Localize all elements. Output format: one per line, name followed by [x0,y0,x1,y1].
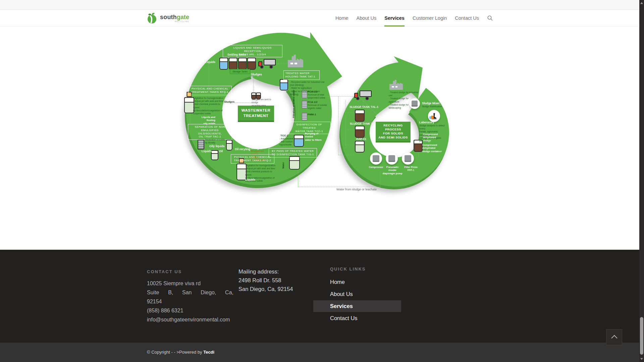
footer-link-about-us[interactable]: About Us [313,288,401,300]
dotted-connector [277,64,287,64]
lbl-tcc1-desc: - Add chlorine- Add sodiumhypochlorite [279,137,295,146]
footer-contact-line: 92154 [147,297,233,306]
footer-quicklinks-heading: QUICK LINKS [313,266,401,272]
dotted-connector [298,187,380,187]
lbl-sludges-center: Sludges [224,100,234,104]
footer-inner: CONTACT US 10025 Siempre viva rdSuite B,… [147,250,493,343]
lbl-sludge-tank-tal2: SLUDGE TANK TAL-2 [350,122,379,126]
lbl-pumping: Pumping of treatedwater to filters [305,132,325,141]
scrollbar-thumb[interactable] [640,317,643,355]
filter-press-icon [402,153,414,165]
dotted-connector [345,129,354,129]
lbl-rfq1-desc: - Agitation for homogenization- Adjust p… [193,97,225,115]
lbl-compressed-sludge: Compressed dehydratedsludge [423,133,446,142]
settling-tank-liquids-icon [219,58,228,70]
settling-tank-icon [229,58,237,70]
lbl-dae01: DAE-01 [356,137,366,141]
dotted-connector [253,76,254,93]
footer-link-home[interactable]: Home [313,276,401,288]
acs1-tank-icon [226,140,232,150]
diagram: LIQUIDS AND SEMILIQUIDS RECEPTIONTANKS A… [0,0,644,255]
scrollbar-down-arrow-icon[interactable] [640,358,643,360]
truck-icon [258,59,276,68]
lbl-liquids-rfq2: Liquids [245,178,255,182]
lbl-sludges-center-desc: Sludges are sent to sludgerecycling area [252,98,274,107]
footer-contact-column: CONTACT US 10025 Siempre viva rdSuite B,… [147,269,233,324]
oil-tank-icon [211,150,218,160]
dotted-connector [418,151,419,157]
lbl-treated-water-tank: TREATED WATERHOLDING TANK TAT-1 [283,70,320,80]
footer-mailing-line: 2498 Roll Dr. 558 [238,276,293,285]
powered-by-brand-link[interactable]: Tecdi [203,350,214,355]
lbl-sludge-stabilization: Sludge Stabilization [422,105,442,108]
lbl-rfq2: PHYSICAL AND CHEMICALTREATMENT TANKS RFQ… [231,154,274,164]
sludge-truck-icon [354,90,372,99]
filter-fmm1-icon [302,113,307,121]
diaphragm-pump-icon [386,153,398,165]
tal2-tank-icon [355,126,365,138]
dae01-tank-icon [355,141,365,153]
settling-tank-icon [247,58,256,70]
lbl-recycling-process: RECYCLING PROCESSFOR SOLIDSAND SEMI SOLI… [376,122,411,142]
density-tank-icon [198,139,204,149]
compressor-icon [370,153,382,165]
scrollbar[interactable] [639,0,644,362]
dotted-connector [190,114,190,123]
copyright-prefix: © Copyright - - >Powered by [147,350,203,355]
lbl-wastewater-treatment: WASTEWATERTREATMENT [238,106,274,122]
footer-link-services[interactable]: Services [313,300,401,312]
lbl-filter-press: Filter Press FPP-1 [401,166,421,172]
footer-contact-line: Suite B, San Diego, Ca, [147,288,233,297]
dotted-connector [345,145,354,145]
treated-water-tank-icon [280,79,288,90]
dotted-connector [380,171,380,187]
footer-mailing-lines: Mailing address:2498 Roll Dr. 558San Die… [238,267,293,293]
footer-mailing-column: Mailing address:2498 Roll Dr. 558San Die… [238,267,293,293]
lbl-separation-solids: Separation of solidsby density [205,138,226,144]
lbl-compressor: Compressor [368,166,384,169]
footer-mailing-line: Mailing address: [238,267,293,276]
filter-fca12-icon [302,101,307,109]
tal1-tank-icon [355,110,365,122]
rfq1-mixer-tank-icon [184,97,194,113]
footer-quicklinks-column: QUICK LINKS HomeAbout UsServicesContact … [313,266,401,324]
dotted-connector [298,169,298,187]
footer-link-contact-us[interactable]: Contact Us [313,312,401,324]
lbl-oil: Oil [219,149,223,153]
footer-contact-line: info@southgateenvironmental.com [147,315,233,324]
lbl-rfq1: PHYSICAL AND CHEMICALTREATMENT TANKS RFQ… [188,86,232,95]
lbl-water-vertical: Water [282,162,285,169]
lbl-oily-liquids: Oily liquids [209,144,225,148]
lbl-sludge-tank-tal1: SLUDGE TANK TAL-1 [350,105,379,109]
chevron-up-icon [611,335,617,341]
footer-contact-heading: CONTACT US [147,269,233,274]
lbl-pneumatic-pump: Pneumatic doublediaphragm pump [382,166,402,175]
lbl-filtration-vertical: Filtration of treated water [292,90,295,118]
footer-contact-line: 10025 Siempre viva rd [147,279,233,288]
copyright-text: © Copyright - - >Powered by Tecdi [147,350,214,355]
dotted-connector [338,155,354,155]
lbl-storage-tanks: Storage Tanks [230,69,250,74]
tcc1-tank-icon [294,135,304,147]
scrollbar-up-arrow-icon[interactable] [640,2,643,4]
lbl-settling-tanks: Settling tanks [227,53,246,57]
footer-quicklinks-list: HomeAbout UsServicesContact Us [313,276,401,324]
lbl-fca22-desc: Removal of totalsuspended solids [308,93,327,99]
footer-contact-line: (858) 886 6321 [147,306,233,315]
lbl-liquids-bottom: Liquids [202,149,212,153]
scroll-to-top-button[interactable] [606,329,622,345]
lbl-oil-recycling: Oil recyling [235,147,250,151]
lbl-fmm1: FMM-1 [308,113,316,116]
dotted-connector [323,96,356,97]
dotted-connector [345,113,354,113]
lbl-bypass: BY PASS OF TREATED WATERTO DISINFECTION … [269,148,317,158]
lbl-fca12-desc: Removal of solubleorganic mater [308,104,328,110]
dotted-connector [345,101,346,148]
lbl-liquids-top: Liquids [205,60,215,64]
footer-contact-lines: 10025 Siempre viva rdSuite B, San Diego,… [147,279,233,324]
footer: CONTACT US 10025 Siempre viva rdSuite B,… [0,250,644,343]
laboratory-microscope-icon [428,110,440,122]
lbl-sludge-container: Compressed dehydratedsludge container [422,143,446,153]
lbl-treated-sludge-uses: - Treated sludge for industrial use- Tre… [389,91,419,109]
footer-mailing-line: San Diego, Ca, 92154 [238,285,293,293]
